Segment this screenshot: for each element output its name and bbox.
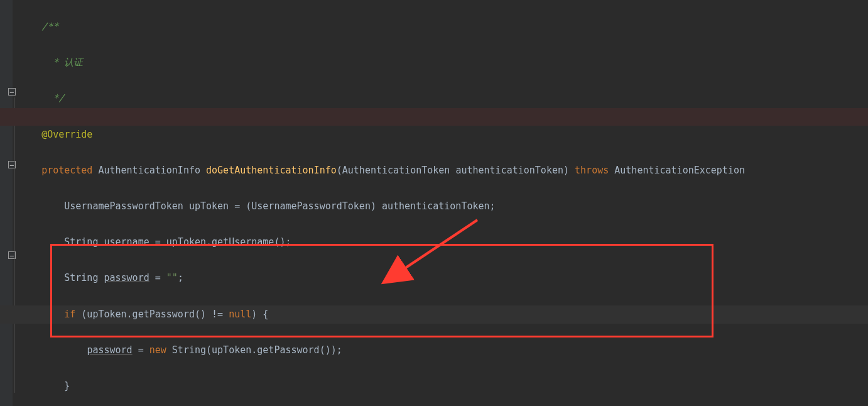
- code-text: UsernamePasswordToken upToken = (Usernam…: [41, 200, 495, 212]
- keyword-if: if: [64, 309, 75, 320]
- throws-type: AuthenticationException: [609, 165, 745, 176]
- code-text: ) {: [251, 309, 268, 320]
- code-content[interactable]: /** * 认证 */ @Override protected Authenti…: [0, 18, 745, 406]
- brace-close: }: [64, 380, 70, 392]
- method-name: doGetAuthenticationInfo: [206, 165, 337, 176]
- javadoc-line: /**: [41, 21, 58, 32]
- param-list: (AuthenticationToken authenticationToken…: [337, 165, 575, 176]
- return-type: AuthenticationInfo: [92, 165, 206, 176]
- code-text: =: [149, 272, 166, 283]
- annotation-override: @Override: [41, 129, 92, 140]
- keyword-null: null: [229, 309, 251, 320]
- var-password: password: [87, 344, 132, 356]
- code-text: String username = upToken.getUsername();: [41, 236, 291, 248]
- keyword-protected: protected: [41, 165, 92, 176]
- code-text: (upToken.getPassword() !=: [75, 309, 229, 320]
- var-password: password: [104, 272, 149, 283]
- code-text: String(upToken.getPassword());: [166, 344, 342, 356]
- string-literal: "": [166, 272, 178, 283]
- semicolon: ;: [178, 272, 183, 283]
- code-text: =: [133, 344, 149, 356]
- javadoc-line: * 认证: [47, 57, 83, 68]
- code-editor[interactable]: /** * 认证 */ @Override protected Authenti…: [0, 0, 868, 406]
- code-text: String: [41, 272, 104, 283]
- javadoc-line: */: [47, 92, 64, 104]
- keyword-throws: throws: [575, 165, 609, 176]
- keyword-new: new: [149, 344, 166, 356]
